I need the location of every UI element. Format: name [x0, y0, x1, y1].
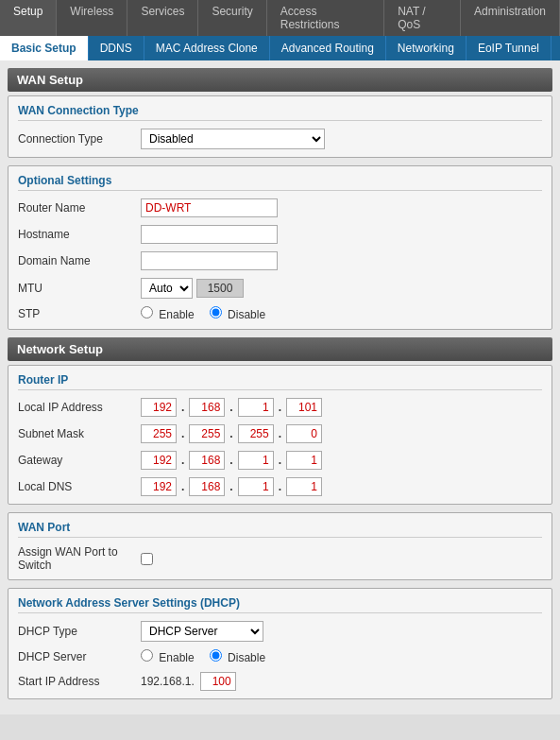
local-ip-4[interactable]	[286, 398, 322, 417]
dns-4[interactable]	[286, 477, 322, 496]
subnet-mask-control: . . .	[141, 424, 322, 443]
stp-row: STP Enable Disable	[18, 306, 542, 321]
sub-nav-tab-eoip-tunnel[interactable]: EoIP Tunnel	[467, 36, 552, 60]
wan-setup-header: WAN Setup	[8, 68, 552, 92]
dns-1[interactable]	[141, 477, 177, 496]
router-name-input[interactable]	[141, 198, 278, 217]
dhcp-enable-label[interactable]: Enable	[141, 649, 195, 664]
mtu-row: MTU Auto Manual	[18, 278, 542, 299]
network-setup-section: Network Setup Router IP Local IP Address…	[8, 337, 552, 699]
dhcp-type-select[interactable]: DHCP Server DHCP Forwarder Disabled	[141, 621, 263, 642]
dhcp-type-label: DHCP Type	[18, 625, 141, 638]
hostname-row: Hostname	[18, 225, 542, 244]
wan-port-title: WAN Port	[18, 521, 542, 538]
hostname-control	[141, 225, 278, 244]
local-ip-3[interactable]	[238, 398, 274, 417]
dns-2[interactable]	[189, 477, 225, 496]
sub-nav-tab-basic-setup[interactable]: Basic Setup	[0, 36, 89, 60]
stp-enable-label[interactable]: Enable	[141, 306, 195, 321]
gateway-4[interactable]	[286, 451, 322, 470]
local-ip-1[interactable]	[141, 398, 177, 417]
stp-disable-label[interactable]: Disable	[210, 306, 265, 321]
gateway-2[interactable]	[189, 451, 225, 470]
local-ip-control: . . .	[141, 398, 322, 417]
stp-enable-radio[interactable]	[141, 306, 153, 318]
dot8: .	[229, 454, 232, 467]
dhcp-subsection: Network Address Server Settings (DHCP) D…	[8, 588, 552, 699]
dot5: .	[229, 427, 232, 440]
router-name-label: Router Name	[18, 201, 141, 215]
gateway-control: . . .	[141, 451, 322, 470]
wan-port-subsection: WAN Port Assign WAN Port to Switch	[8, 512, 552, 580]
dot7: .	[181, 454, 184, 467]
top-nav-tab-administration[interactable]: Administration	[461, 0, 560, 36]
stp-control: Enable Disable	[141, 306, 277, 321]
dhcp-enable-radio[interactable]	[141, 649, 153, 662]
hostname-input[interactable]	[141, 225, 278, 244]
assign-wan-label: Assign WAN Port to Switch	[18, 545, 141, 572]
dhcp-server-row: DHCP Server Enable Disable	[18, 649, 542, 664]
dhcp-type-control: DHCP Server DHCP Forwarder Disabled	[141, 621, 263, 642]
sub-nav-tab-ddns[interactable]: DDNS	[89, 36, 144, 60]
dot3: .	[279, 401, 281, 414]
top-nav-tab-wireless[interactable]: Wireless	[57, 0, 127, 36]
top-nav-tab-services[interactable]: Services	[127, 0, 198, 36]
connection-type-label: Connection Type	[18, 132, 141, 146]
wan-connection-type-subsection: WAN Connection Type Connection Type Disa…	[8, 95, 552, 158]
sub-nav-tab-networking[interactable]: Networking	[386, 36, 467, 60]
gateway-1[interactable]	[141, 451, 177, 470]
start-ip-label: Start IP Address	[18, 675, 141, 688]
mtu-control: Auto Manual	[141, 278, 244, 299]
assign-wan-row: Assign WAN Port to Switch	[18, 545, 542, 572]
dot11: .	[229, 480, 232, 493]
start-ip-row: Start IP Address 192.168.1.	[18, 672, 542, 691]
router-name-control	[141, 198, 278, 217]
domain-name-label: Domain Name	[18, 254, 141, 267]
main-content: WAN Setup WAN Connection Type Connection…	[0, 60, 560, 714]
mtu-select[interactable]: Auto Manual	[141, 278, 193, 299]
connection-type-row: Connection Type Disabled Automatic Confi…	[18, 129, 542, 149]
hostname-label: Hostname	[18, 228, 141, 241]
router-ip-subsection: Router IP Local IP Address . . . Subnet …	[8, 365, 552, 505]
subnet-mask-label: Subnet Mask	[18, 427, 141, 440]
top-nav-tab-security[interactable]: Security	[198, 0, 266, 36]
top-nav-tab-setup[interactable]: Setup	[0, 0, 57, 36]
sub-nav-tab-mac-address-clone[interactable]: MAC Address Clone	[144, 36, 270, 60]
subnet-4[interactable]	[286, 424, 322, 443]
gateway-3[interactable]	[238, 451, 274, 470]
local-ip-2[interactable]	[189, 398, 225, 417]
dot4: .	[181, 427, 184, 440]
dns-3[interactable]	[238, 477, 274, 496]
router-name-row: Router Name	[18, 198, 542, 217]
dot10: .	[181, 480, 184, 493]
dhcp-server-label: DHCP Server	[18, 650, 141, 663]
start-ip-control: 192.168.1.	[141, 672, 236, 691]
dot2: .	[229, 401, 232, 414]
dhcp-type-row: DHCP Type DHCP Server DHCP Forwarder Dis…	[18, 621, 542, 642]
top-nav-tab-nat-qos[interactable]: NAT / QoS	[384, 0, 461, 36]
mtu-value-input[interactable]	[196, 279, 244, 298]
stp-disable-radio[interactable]	[210, 306, 222, 318]
top-nav-tab-access-restrictions[interactable]: Access Restrictions	[267, 0, 384, 36]
connection-type-control: Disabled Automatic Configuration - DHCP …	[141, 129, 325, 149]
start-ip-prefix: 192.168.1.	[141, 675, 195, 688]
connection-type-select[interactable]: Disabled Automatic Configuration - DHCP …	[141, 129, 325, 149]
wan-connection-type-title: WAN Connection Type	[18, 104, 542, 121]
domain-name-input[interactable]	[141, 251, 278, 270]
assign-wan-checkbox[interactable]	[141, 553, 153, 565]
subnet-1[interactable]	[141, 424, 177, 443]
domain-name-row: Domain Name	[18, 251, 542, 270]
start-ip-suffix-input[interactable]	[200, 672, 236, 691]
subnet-2[interactable]	[189, 424, 225, 443]
gateway-label: Gateway	[18, 454, 141, 467]
local-ip-label: Local IP Address	[18, 401, 141, 414]
dot1: .	[181, 401, 184, 414]
local-ip-row: Local IP Address . . .	[18, 398, 542, 417]
router-ip-title: Router IP	[18, 373, 542, 390]
dhcp-disable-radio[interactable]	[210, 649, 222, 662]
optional-settings-title: Optional Settings	[18, 174, 542, 191]
sub-nav-tab-advanced-routing[interactable]: Advanced Routing	[270, 36, 386, 60]
mtu-label: MTU	[18, 282, 141, 295]
subnet-3[interactable]	[238, 424, 274, 443]
dhcp-disable-label[interactable]: Disable	[210, 649, 265, 664]
